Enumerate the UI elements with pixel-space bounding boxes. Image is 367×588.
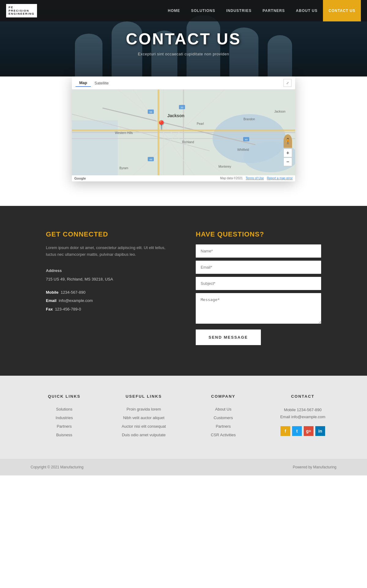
list-item: Buisness: [31, 432, 98, 437]
quick-link-partners[interactable]: Partners: [57, 424, 72, 429]
list-item: Solutions: [31, 406, 98, 412]
social-twitter[interactable]: t: [292, 426, 302, 436]
list-item: Duis odio amet vulputate: [110, 432, 177, 437]
list-item: Proin gravida lorem: [110, 406, 177, 412]
email-label: Email: [46, 298, 57, 303]
site-footer: QUICK LINKS Solutions Industries Partner…: [0, 376, 367, 475]
svg-rect-4: [72, 120, 118, 175]
svg-text:Jackson: Jackson: [167, 113, 184, 118]
svg-text:Whitfield: Whitfield: [237, 148, 249, 151]
map-footer: Google Map data ©2021 Terms of Use Repor…: [72, 175, 295, 181]
useful-link-2[interactable]: Nibh velit auctor aliquet: [123, 415, 164, 420]
fax-info: Fax 123-456-789-0: [46, 306, 171, 313]
email-info: Email info@example.com: [46, 297, 171, 304]
svg-text:Byram: Byram: [120, 166, 128, 170]
footer-mobile: Mobile 1234-567-890: [269, 406, 336, 413]
useful-links-title: USEFUL LINKS: [110, 394, 177, 399]
quick-links-title: QUICK LINKS: [31, 394, 98, 399]
logo-name1: PRECISION: [9, 9, 35, 13]
map-tab-satellite[interactable]: Satellite: [91, 80, 112, 87]
svg-text:Richland: Richland: [182, 140, 194, 144]
svg-text:Pearl: Pearl: [197, 122, 204, 125]
send-message-button[interactable]: SEND MESSAGE: [196, 329, 261, 345]
svg-text:Western Hills: Western Hills: [115, 131, 133, 135]
map-section-spacer: [0, 181, 367, 206]
hero-content: CONTACT US Excepturi sint occaecati cupi…: [126, 30, 241, 56]
name-input[interactable]: [196, 244, 321, 258]
nav-home[interactable]: HOME: [162, 0, 186, 21]
mobile-info: Mobile 1234-567-890: [46, 289, 171, 296]
map-pin: 📍: [156, 120, 167, 130]
nav-solutions[interactable]: SOLUTIONS: [186, 0, 221, 21]
contact-inner: GET CONNECTED Lorem ipsum dolor sit amet…: [46, 230, 321, 345]
useful-links-list: Proin gravida lorem Nibh velit auctor al…: [110, 406, 177, 437]
email-input[interactable]: [196, 261, 321, 274]
company-link-about[interactable]: About Us: [215, 407, 231, 411]
list-item: Partners: [190, 423, 257, 429]
list-item: Partners: [31, 423, 98, 429]
nav-partners[interactable]: PARTNERS: [257, 0, 290, 21]
social-linkedin[interactable]: in: [315, 426, 325, 436]
map-pegman[interactable]: 🧍: [284, 134, 292, 148]
list-item: About Us: [190, 406, 257, 412]
zoom-out-button[interactable]: −: [284, 158, 292, 166]
footer-email: Email info@example.com: [269, 413, 336, 420]
hero-subtitle: Excepturi sint occaecati cupiditate non …: [126, 52, 241, 56]
contact-description: Lorem ipsum dolor sit amet, consectetur …: [46, 244, 171, 258]
message-input[interactable]: [196, 293, 321, 324]
footer-bottom: Copyright © 2021 Manufacturing Powered b…: [0, 459, 367, 475]
footer-inner: QUICK LINKS Solutions Industries Partner…: [31, 394, 336, 459]
zoom-in-button[interactable]: +: [284, 149, 292, 157]
logo-abbrev: PE: [9, 6, 35, 9]
map-svg: Jackson Pearl Brandon Whitfield Western …: [72, 90, 295, 175]
svg-rect-24: [158, 90, 159, 175]
map-tab-map[interactable]: Map: [76, 79, 91, 87]
company-links-list: About Us Customers Partners CSR Activiti…: [190, 406, 257, 437]
nav-contact[interactable]: CONTACT US: [323, 0, 361, 21]
useful-link-1[interactable]: Proin gravida lorem: [127, 407, 161, 411]
fax-value: 123-456-789-0: [55, 307, 81, 311]
company-link-customers[interactable]: Customers: [214, 415, 233, 420]
map-zoom-controls: + −: [284, 149, 292, 166]
site-header: PE PRECISION ENGINEERING HOME SOLUTIONS …: [0, 0, 367, 21]
copyright-text: Copyright © 2021 Manufacturing: [31, 465, 83, 469]
map-data-label: Map data ©2021: [220, 177, 243, 180]
svg-text:Monterey: Monterey: [218, 165, 231, 168]
svg-text:49: 49: [150, 158, 152, 161]
footer-contact: CONTACT Mobile 1234-567-890 Email info@e…: [269, 394, 336, 441]
nav-about[interactable]: ABOUT US: [291, 0, 323, 21]
quick-link-industries[interactable]: Industries: [56, 415, 73, 420]
map-expand-button[interactable]: ⤢: [284, 79, 291, 87]
footer-company: COMPANY About Us Customers Partners CSR …: [190, 394, 257, 441]
nav-industries[interactable]: INDUSTRIES: [221, 0, 257, 21]
map-terms[interactable]: Terms of Use: [246, 177, 264, 180]
have-questions-title: HAVE QUESTIONS?: [196, 230, 321, 238]
map-report[interactable]: Report a map error: [267, 177, 293, 180]
map-section: Map Satellite ⤢: [0, 76, 367, 206]
map-wrapper: Map Satellite ⤢: [72, 76, 295, 181]
quick-links-list: Solutions Industries Partners Buisness: [31, 406, 98, 437]
social-icons-row: f t g+ in: [269, 426, 336, 436]
company-link-csr[interactable]: CSR Activities: [211, 433, 236, 437]
company-link-partners[interactable]: Partners: [216, 424, 231, 429]
subject-input[interactable]: [196, 277, 321, 290]
svg-text:49: 49: [245, 138, 248, 141]
logo[interactable]: PE PRECISION ENGINEERING: [6, 4, 37, 17]
svg-text:55: 55: [150, 111, 152, 114]
powered-by-text: Powered by Manufacturing: [293, 465, 336, 469]
svg-text:20: 20: [181, 106, 184, 109]
map-controls-bar: Map Satellite ⤢: [72, 76, 295, 90]
map-body: Jackson Pearl Brandon Whitfield Western …: [72, 90, 295, 175]
address-label: Address: [46, 267, 171, 274]
contact-right-col: HAVE QUESTIONS? SEND MESSAGE: [196, 230, 321, 345]
logo-box: PE PRECISION ENGINEERING: [6, 4, 37, 17]
phone-block: Mobile 1234-567-890 Email info@example.c…: [46, 289, 171, 313]
useful-link-4[interactable]: Duis odio amet vulputate: [122, 433, 165, 437]
quick-link-buisness[interactable]: Buisness: [56, 433, 72, 437]
social-facebook[interactable]: f: [280, 426, 290, 436]
useful-link-3[interactable]: Auctor nisi elit consequat: [122, 424, 166, 429]
social-google[interactable]: g+: [304, 426, 313, 436]
quick-link-solutions[interactable]: Solutions: [56, 407, 72, 411]
get-connected-title: GET CONNECTED: [46, 230, 171, 238]
mobile-label: Mobile: [46, 290, 58, 295]
